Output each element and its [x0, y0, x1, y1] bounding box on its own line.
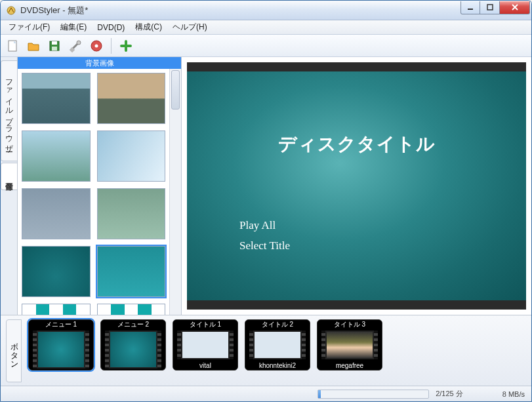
side-scrollbar[interactable]: [169, 69, 181, 315]
bg-thumb[interactable]: [97, 73, 166, 124]
statusbar: 2/125 分 8 MB/s: [1, 386, 531, 401]
close-button[interactable]: [500, 1, 530, 14]
timeline-caption: メニュー 2: [101, 320, 165, 329]
bg-thumb[interactable]: [22, 304, 91, 315]
tab-button[interactable]: ボタン: [6, 319, 22, 382]
background-grid: [18, 69, 169, 315]
bg-thumb[interactable]: [97, 131, 166, 182]
maximize-button[interactable]: [480, 1, 500, 14]
timeline-title-1[interactable]: タイトル 1 vital: [173, 319, 238, 371]
burn-disc-button[interactable]: [87, 37, 106, 55]
bg-thumb-selected[interactable]: [97, 246, 166, 297]
side-panel-header: 背景画像: [18, 57, 181, 69]
toolbar-separator: [111, 38, 112, 54]
timeline-caption: タイトル 3: [317, 320, 382, 329]
bg-thumb[interactable]: [97, 188, 166, 239]
titlebar[interactable]: DVDStyler - 無題*: [1, 1, 531, 20]
timeline-sub: vital: [173, 361, 237, 370]
menu-help[interactable]: ヘルプ(H): [167, 20, 213, 35]
menu-edit[interactable]: 編集(E): [55, 20, 92, 35]
timeline-title-2[interactable]: タイトル 2 khonntekini2: [245, 319, 310, 371]
bg-thumb[interactable]: [97, 304, 166, 315]
tab-bg-images[interactable]: 背景画像: [1, 163, 17, 190]
side-tabs: ファイルブラウザー 背景画像: [1, 57, 18, 315]
minimize-button[interactable]: [460, 1, 480, 14]
svg-rect-5: [52, 41, 57, 45]
background-panel: 背景画像: [18, 57, 182, 315]
menu-config[interactable]: 構成(C): [130, 20, 167, 35]
save-button[interactable]: [45, 37, 64, 55]
stage-bottom-bar: [187, 300, 526, 310]
svg-point-10: [95, 44, 98, 47]
timeline: ボタン メニュー 1 メニュー 2 タイトル 1 vital タイトル 2: [1, 315, 531, 386]
timeline-title-3[interactable]: タイトル 3 megafree: [317, 319, 382, 371]
timeline-sub: khonntekini2: [245, 361, 310, 370]
stage-top-bar: [187, 62, 526, 71]
settings-button[interactable]: [66, 37, 85, 55]
time-status: 2/125 分: [436, 389, 463, 399]
bg-thumb[interactable]: [22, 188, 91, 239]
menu-preview[interactable]: ディスクタイトル Play All Select Title: [187, 71, 526, 300]
tab-file-browser[interactable]: ファイルブラウザー: [1, 60, 17, 161]
svg-point-8: [77, 41, 81, 45]
menu-select-title[interactable]: Select Title: [239, 236, 290, 256]
toolbar: [1, 35, 531, 57]
disc-title-text[interactable]: ディスクタイトル: [278, 132, 436, 157]
bg-thumb[interactable]: [22, 131, 91, 182]
bg-thumb[interactable]: [22, 73, 91, 124]
window-title: DVDStyler - 無題*: [20, 5, 460, 16]
app-icon: [6, 5, 16, 16]
timeline-menu-1[interactable]: メニュー 1: [28, 319, 94, 371]
menubar: ファイル(F) 編集(E) DVD(D) 構成(C) ヘルプ(H): [1, 20, 531, 35]
menu-dvd[interactable]: DVD(D): [92, 21, 130, 34]
svg-rect-1: [468, 9, 473, 10]
svg-rect-2: [487, 5, 493, 10]
timeline-caption: タイトル 2: [245, 320, 310, 329]
bg-thumb[interactable]: [22, 246, 91, 297]
timeline-caption: タイトル 1: [173, 320, 237, 329]
add-button[interactable]: [117, 37, 135, 55]
preview-stage[interactable]: ディスクタイトル Play All Select Title: [187, 62, 526, 310]
new-file-button[interactable]: [3, 37, 22, 55]
rate-status: 8 MB/s: [502, 390, 525, 398]
disc-usage-bar: [317, 390, 429, 399]
timeline-menu-2[interactable]: メニュー 2: [100, 319, 166, 371]
svg-rect-6: [52, 47, 57, 50]
preview-area: ディスクタイトル Play All Select Title: [182, 57, 531, 315]
timeline-caption: メニュー 1: [29, 320, 93, 329]
timeline-sub: megafree: [317, 361, 382, 370]
open-folder-button[interactable]: [24, 37, 43, 55]
menu-play-all[interactable]: Play All: [239, 216, 290, 236]
menu-file[interactable]: ファイル(F): [3, 20, 55, 35]
